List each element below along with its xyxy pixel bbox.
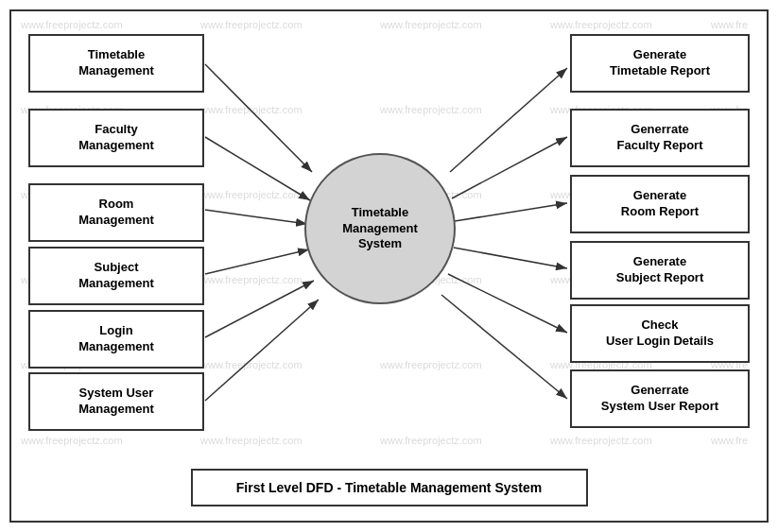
check-user-login-details-box: CheckUser Login Details: [570, 304, 750, 363]
login-management-box: LoginManagement: [28, 310, 204, 369]
watermark-17: www.freeprojectz.com: [200, 274, 303, 285]
svg-line-11: [448, 274, 567, 333]
svg-line-8: [452, 137, 567, 198]
center-circle: TimetableManagementSystem: [304, 153, 456, 304]
watermark-1: www.freeprojectz.com: [21, 19, 123, 30]
generate-timetable-report-box: GenerateTimetable Report: [570, 34, 750, 93]
watermark-30: www.fre: [711, 435, 748, 446]
svg-line-10: [454, 248, 567, 268]
svg-line-3: [205, 210, 307, 224]
watermark-26: www.freeprojectz.com: [21, 435, 123, 446]
svg-line-1: [205, 64, 312, 172]
watermark-27: www.freeprojectz.com: [200, 435, 303, 446]
generate-subject-report-box: GenerateSubject Report: [570, 241, 750, 300]
watermark-8: www.freeprojectz.com: [380, 104, 482, 115]
watermark-5: www.fre: [711, 19, 748, 30]
watermark-23: www.freeprojectz.com: [380, 359, 482, 370]
svg-line-7: [450, 68, 567, 172]
svg-line-2: [205, 137, 310, 200]
svg-line-9: [455, 203, 567, 221]
diagram-container: www.freeprojectz.com www.freeprojectz.co…: [9, 9, 769, 523]
svg-line-6: [205, 300, 319, 401]
subject-management-box: SubjectManagement: [28, 247, 204, 305]
watermark-29: www.freeprojectz.com: [550, 435, 652, 446]
svg-line-12: [441, 295, 567, 399]
timetable-management-box: TimetableManagement: [28, 34, 204, 93]
generate-faculty-report-box: GenerrateFaculty Report: [570, 109, 750, 167]
faculty-management-box: FacultyManagement: [28, 109, 204, 167]
watermark-28: www.freeprojectz.com: [380, 435, 482, 446]
room-management-box: RoomManagement: [28, 183, 204, 242]
watermark-7: www.freeprojectz.com: [200, 104, 303, 115]
watermark-12: www.freeprojectz.com: [200, 189, 303, 200]
watermark-4: www.freeprojectz.com: [550, 19, 652, 30]
generate-room-report-box: GenerateRoom Report: [570, 175, 750, 233]
caption-box: First Level DFD - Timetable Management S…: [191, 469, 588, 506]
svg-line-4: [205, 249, 309, 274]
watermark-2: www.freeprojectz.com: [200, 19, 303, 30]
watermark-3: www.freeprojectz.com: [380, 19, 482, 30]
generate-system-user-report-box: GenerrateSystem User Report: [570, 369, 750, 428]
system-user-management-box: System UserManagement: [28, 372, 204, 431]
watermark-22: www.freeprojectz.com: [200, 359, 303, 370]
svg-line-5: [205, 281, 314, 337]
